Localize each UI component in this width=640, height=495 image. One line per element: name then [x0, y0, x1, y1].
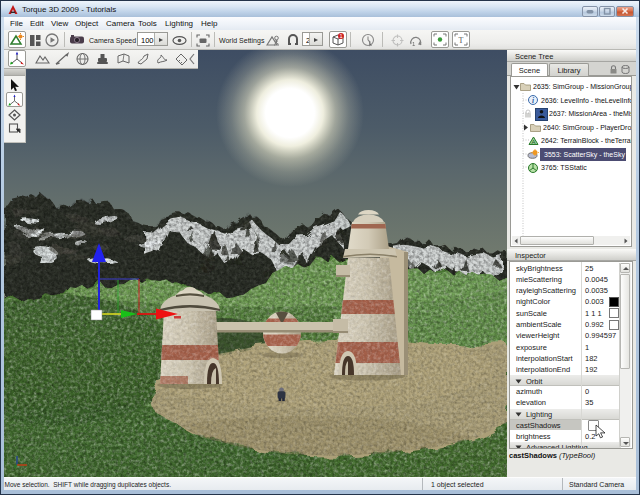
svg-text:1: 1: [339, 33, 342, 39]
svg-text:T: T: [459, 36, 464, 45]
svg-text:A: A: [531, 139, 535, 145]
svg-text:1: 1: [412, 41, 416, 47]
